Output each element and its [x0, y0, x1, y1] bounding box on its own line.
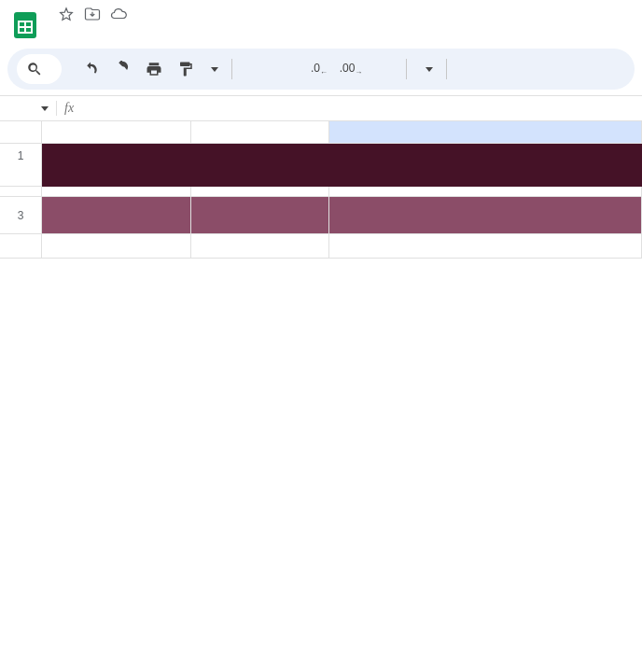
print-button[interactable] [140, 55, 168, 83]
row-header[interactable]: 3 [0, 197, 42, 233]
cell[interactable] [191, 187, 329, 196]
header-submission-date[interactable] [329, 197, 642, 233]
undo-button[interactable] [77, 55, 105, 83]
star-icon[interactable] [58, 6, 75, 25]
menus-search[interactable] [17, 54, 62, 84]
column-header-b[interactable] [191, 121, 329, 143]
cell[interactable] [329, 187, 642, 196]
banner-title [191, 144, 642, 187]
row-header[interactable]: 1 [0, 144, 42, 186]
row-header[interactable] [0, 234, 42, 258]
header-student-name[interactable] [42, 197, 191, 233]
cell[interactable] [42, 187, 191, 196]
currency-button[interactable] [242, 55, 270, 83]
redo-button[interactable] [108, 55, 136, 83]
toolbar: .0← .00→ [7, 49, 635, 90]
fx-icon: fx [56, 101, 81, 116]
move-icon[interactable] [84, 6, 101, 25]
row-header[interactable] [0, 187, 42, 196]
percent-button[interactable] [273, 55, 301, 83]
caret-down-icon [41, 106, 49, 111]
number-format-button[interactable] [369, 55, 397, 83]
column-header-c[interactable] [329, 121, 642, 143]
cell[interactable] [191, 234, 329, 258]
zoom-select[interactable] [203, 67, 222, 72]
cell[interactable] [42, 234, 191, 258]
banner-title [42, 144, 191, 187]
cell[interactable] [329, 234, 642, 258]
decrease-decimal-button[interactable]: .0← [305, 55, 333, 83]
caret-down-icon [426, 67, 433, 72]
name-box[interactable] [0, 106, 56, 111]
sheets-logo[interactable] [7, 7, 43, 43]
increase-decimal-button[interactable]: .00→ [337, 55, 365, 83]
header-assignment-submitted[interactable] [191, 197, 329, 233]
select-all-corner[interactable] [0, 121, 42, 143]
column-header-a[interactable] [42, 121, 191, 143]
paint-format-button[interactable] [172, 55, 200, 83]
font-select[interactable] [416, 67, 437, 72]
cloud-icon[interactable] [110, 6, 127, 25]
caret-down-icon [211, 67, 218, 72]
